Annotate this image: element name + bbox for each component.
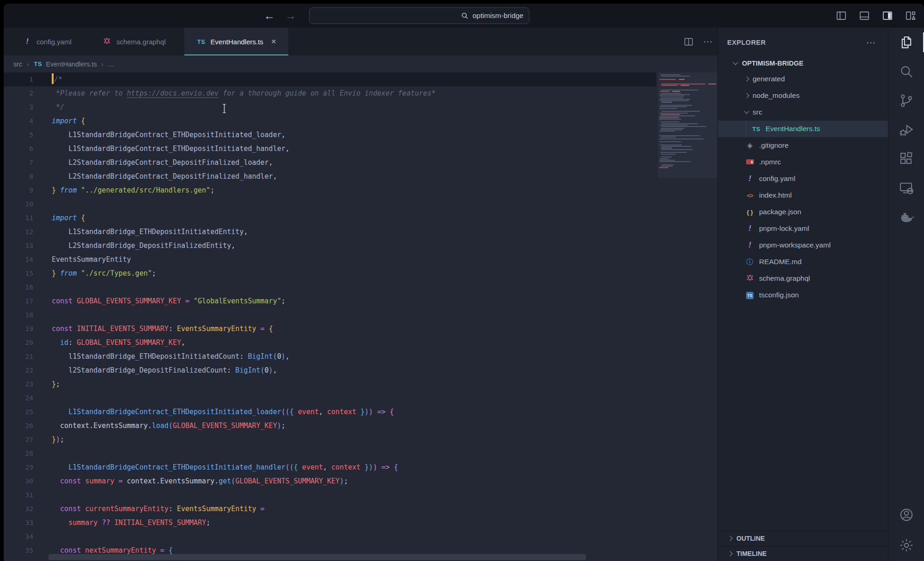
explorer-item-index.html[interactable]: <> index.html — [718, 187, 888, 204]
split-editor-icon[interactable] — [683, 36, 694, 47]
activity-settings[interactable] — [888, 536, 924, 555]
code-line[interactable]: 33 summary ?? INITIAL_EVENTS_SUMMARY; — [4, 516, 656, 530]
line-number[interactable]: 33 — [4, 516, 33, 530]
code-line[interactable]: 17 const GLOBAL_EVENTS_SUMMARY_KEY = "Gl… — [4, 294, 656, 308]
line-number[interactable]: 26 — [4, 419, 33, 433]
code-line[interactable]: 29 L1StandardBridgeContract_ETHDepositIn… — [4, 460, 656, 474]
code-line[interactable]: 24 — [4, 391, 656, 405]
code-line[interactable]: 30 const summary = context.EventsSummary… — [4, 474, 656, 488]
horizontal-scrollbar[interactable] — [49, 554, 586, 560]
activity-search[interactable] — [888, 57, 924, 86]
tab-schema.graphql[interactable]: schema.graphql — [90, 28, 178, 55]
line-number[interactable]: 10 — [4, 197, 33, 211]
line-number[interactable]: 1 — [4, 72, 33, 86]
line-number[interactable]: 34 — [4, 530, 33, 543]
explorer-item-package.json[interactable]: { } package.json — [718, 204, 888, 220]
code-line[interactable]: 4 import { — [4, 114, 656, 128]
code-line[interactable]: 6 L1StandardBridgeContract_ETHDepositIni… — [4, 142, 656, 156]
panel-left-icon[interactable] — [835, 10, 847, 22]
explorer-item-EventHandlers.ts[interactable]: TS EventHandlers.ts — [718, 121, 888, 137]
minimap[interactable] — [658, 72, 717, 561]
code-line[interactable]: 20 id: GLOBAL_EVENTS_SUMMARY_KEY, — [4, 336, 656, 350]
section-outline[interactable]: OUTLINE — [718, 531, 888, 546]
code-line[interactable]: 15 } from "./src/Types.gen"; — [4, 266, 656, 280]
breadcrumb-item[interactable]: TSEventHandlers.ts — [33, 60, 97, 68]
code-line[interactable]: 23 }; — [4, 377, 656, 391]
explorer-item-node_modules[interactable]: node_modules — [718, 87, 888, 104]
line-number[interactable]: 3 — [4, 100, 33, 114]
code-line[interactable]: 21 l1StandardBridge_ETHDepositInitiatedC… — [4, 350, 656, 363]
line-number[interactable]: 8 — [4, 169, 33, 183]
line-number[interactable]: 18 — [4, 308, 33, 322]
panel-bottom-icon[interactable] — [858, 10, 870, 22]
line-number[interactable]: 11 — [4, 211, 33, 225]
code-line[interactable]: 8 L2StandardBridgeContract_DepositFinali… — [4, 169, 656, 183]
forward-arrow-icon[interactable]: → — [285, 9, 296, 22]
explorer-item-generated[interactable]: generated — [718, 71, 888, 87]
line-number[interactable]: 14 — [4, 253, 33, 266]
activity-docker[interactable] — [888, 202, 924, 231]
code-line[interactable]: 13 L2StandardBridge_DepositFinalizedEnti… — [4, 239, 656, 253]
activity-remote-explorer[interactable] — [888, 173, 924, 202]
explorer-root-folder[interactable]: OPTIMISM-BRIDGE — [718, 55, 888, 71]
explorer-item-README.md[interactable]: ⓘ README.md — [718, 253, 888, 270]
line-number[interactable]: 31 — [4, 488, 33, 502]
code-line[interactable]: 34 — [4, 530, 656, 543]
editor-more-actions-icon[interactable]: ⋯ — [703, 36, 713, 47]
code-line[interactable]: 28 — [4, 446, 656, 460]
breadcrumb-item[interactable]: … — [108, 60, 115, 68]
code-line[interactable]: 18 — [4, 308, 656, 322]
code-line[interactable]: 32 const currentSummaryEntity: EventsSum… — [4, 502, 656, 516]
code-line[interactable]: 9 } from "../generated/src/Handlers.gen"… — [4, 183, 656, 197]
explorer-item-pnpm-workspace.yaml[interactable]: ! pnpm-workspace.yaml — [718, 237, 888, 253]
line-number[interactable]: 6 — [4, 142, 33, 156]
code-line[interactable]: 1 /* — [4, 72, 656, 86]
code-line[interactable]: 2 *Please refer to https://docs.envio.de… — [4, 86, 656, 100]
code-line[interactable]: 22 l2StandardBridge_DepositFinalizedCoun… — [4, 363, 656, 377]
explorer-item-.npmrc[interactable]: .npmrc — [718, 154, 888, 170]
code-editor[interactable]: 1 /* 2 *Please refer to https://docs.env… — [4, 72, 717, 561]
code-line[interactable]: 5 L1StandardBridgeContract_ETHDepositIni… — [4, 128, 656, 142]
code-line[interactable]: 7 L2StandardBridgeContract_DepositFinali… — [4, 156, 656, 169]
line-number[interactable]: 12 — [4, 225, 33, 239]
code-line[interactable]: 25 L1StandardBridgeContract_ETHDepositIn… — [4, 405, 656, 419]
line-number[interactable]: 19 — [4, 322, 33, 336]
code-line[interactable]: 27 }); — [4, 433, 656, 446]
tab-config.yaml[interactable]: ! config.yaml — [10, 28, 84, 55]
line-number[interactable]: 23 — [4, 377, 33, 391]
line-number[interactable]: 9 — [4, 183, 33, 197]
line-number[interactable]: 25 — [4, 405, 33, 419]
line-number[interactable]: 22 — [4, 363, 33, 377]
activity-extensions[interactable] — [888, 144, 924, 173]
code-line[interactable]: 3 */ — [4, 100, 656, 114]
line-number[interactable]: 17 — [4, 294, 33, 308]
tab-EventHandlers.ts[interactable]: TS EventHandlers.ts × — [184, 28, 288, 55]
explorer-item-config.yaml[interactable]: ! config.yaml — [718, 170, 888, 187]
code-line[interactable]: 11 import { — [4, 211, 656, 225]
line-number[interactable]: 28 — [4, 446, 33, 460]
code-line[interactable]: 16 — [4, 280, 656, 294]
line-number[interactable]: 32 — [4, 502, 33, 516]
code-line[interactable]: 10 — [4, 197, 656, 211]
breadcrumb-item[interactable]: src — [13, 60, 22, 68]
line-number[interactable]: 15 — [4, 266, 33, 280]
line-number[interactable]: 29 — [4, 460, 33, 474]
line-number[interactable]: 16 — [4, 280, 33, 294]
code-line[interactable]: 14 EventsSummaryEntity — [4, 253, 656, 266]
code-line[interactable]: 12 L1StandardBridge_ETHDepositInitiatedE… — [4, 225, 656, 239]
back-arrow-icon[interactable]: ← — [264, 9, 275, 22]
code-line[interactable]: 31 — [4, 488, 656, 502]
line-number[interactable]: 27 — [4, 433, 33, 446]
line-number[interactable]: 21 — [4, 350, 33, 363]
panel-right-active-icon[interactable] — [881, 10, 894, 22]
explorer-item-.gitignore[interactable]: ◈ .gitignore — [718, 137, 888, 154]
explorer-more-actions-icon[interactable]: ⋯ — [866, 37, 876, 48]
explorer-item-src[interactable]: src — [718, 104, 888, 121]
explorer-item-pnpm-lock.yaml[interactable]: ! pnpm-lock.yaml — [718, 220, 888, 237]
line-number[interactable]: 7 — [4, 156, 33, 169]
line-number[interactable]: 4 — [4, 114, 33, 128]
activity-explorer[interactable] — [888, 28, 924, 57]
line-number[interactable]: 20 — [4, 336, 33, 350]
line-number[interactable]: 35 — [4, 543, 33, 557]
line-number[interactable]: 36 — [4, 557, 33, 561]
